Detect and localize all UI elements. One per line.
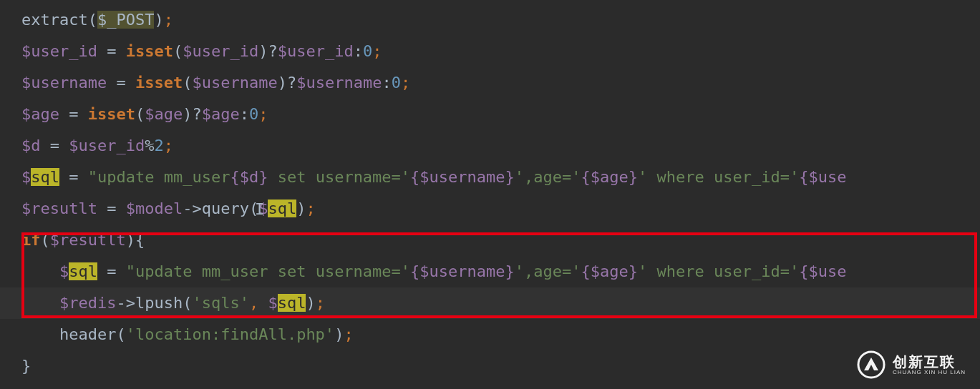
watermark-subtitle: CHUANG XIN HU LIAN (893, 369, 966, 375)
code-line: if($resutlt){ (0, 225, 980, 256)
kw-if: if (21, 231, 41, 249)
var-user-id: $user_id (21, 42, 97, 60)
code-editor[interactable]: extract($_POST); $user_id = isset($user_… (0, 0, 980, 389)
string-location: 'location:findAll.php' (126, 325, 334, 343)
logo-icon (857, 350, 886, 379)
fn-extract: extract (21, 11, 88, 29)
code-line: } (0, 350, 980, 382)
code-line: $sql = "update mm_user set username='{$u… (0, 256, 980, 287)
var-sql: $sql (268, 294, 306, 312)
var-model: $model (126, 200, 183, 217)
num-zero: 0 (392, 74, 401, 92)
var-resutlt: $resutlt (50, 231, 126, 249)
interp-userid: {$use (799, 168, 846, 186)
string-sql: ',age=' (515, 262, 581, 280)
var-sql: $sql (59, 262, 97, 280)
var-age: $age (21, 105, 59, 123)
string-sqls: 'sqls' (192, 294, 248, 312)
var-redis: $redis (59, 294, 116, 312)
string-sql: ',age=' (515, 168, 581, 186)
interp-age: {$age} (581, 262, 638, 280)
var-age: $age (145, 105, 183, 123)
code-line: $age = isset($age)?$age:0; (0, 99, 980, 130)
var-user-id: $user_id (69, 137, 145, 154)
var-post: $_POST (97, 11, 154, 29)
kw-isset: isset (126, 42, 173, 60)
var-user-id: $user_id (183, 42, 258, 60)
num-zero: 0 (363, 42, 372, 60)
var-resutlt: $resutlt (21, 200, 97, 217)
var-username: $username (21, 74, 107, 92)
kw-isset: isset (88, 105, 135, 123)
num-zero: 0 (249, 105, 258, 123)
string-sql: set username=' (268, 168, 410, 186)
code-line: $sql = "update mm_user{$d} set username=… (0, 162, 980, 193)
fn-query: query (202, 200, 249, 217)
fn-header: header (59, 325, 116, 343)
code-line: $redis->lpush('sqls', $sql); (0, 287, 980, 319)
code-line: $username = isset($username)?$username:0… (0, 67, 980, 99)
var-sql: $sql (21, 168, 59, 186)
code-line: $resutlt = $model->query($sql); (0, 193, 980, 225)
var-d: $d (21, 137, 41, 154)
interp-username: {$username} (410, 168, 515, 186)
var-username: $username (296, 74, 382, 92)
string-sql: ' where user_id=' (638, 262, 799, 280)
code-line: extract($_POST); (0, 4, 980, 36)
interp-age: {$age} (581, 168, 638, 186)
string-sql: ' where user_id=' (638, 168, 799, 186)
code-line: $user_id = isset($user_id)?$user_id:0; (0, 36, 980, 67)
code-line: header('location:findAll.php'); (0, 319, 980, 350)
string-sql: "update mm_user set username=' (126, 262, 410, 280)
var-user-id: $user_id (278, 42, 354, 60)
code-line: $d = $user_id%2; (0, 130, 980, 162)
string-sql: "update mm_user (88, 168, 231, 186)
interp-d: {$d} (230, 168, 268, 186)
watermark-title: 创新互联 (893, 355, 966, 369)
var-username: $username (192, 74, 277, 92)
kw-isset: isset (135, 74, 183, 92)
num-two: 2 (154, 137, 163, 154)
text-cursor: I (255, 200, 264, 218)
interp-userid: {$use (799, 262, 846, 280)
var-age: $age (202, 105, 240, 123)
watermark: 创新互联 CHUANG XIN HU LIAN (857, 350, 966, 379)
interp-username: {$username} (410, 262, 515, 280)
fn-lpush: lpush (135, 294, 183, 312)
